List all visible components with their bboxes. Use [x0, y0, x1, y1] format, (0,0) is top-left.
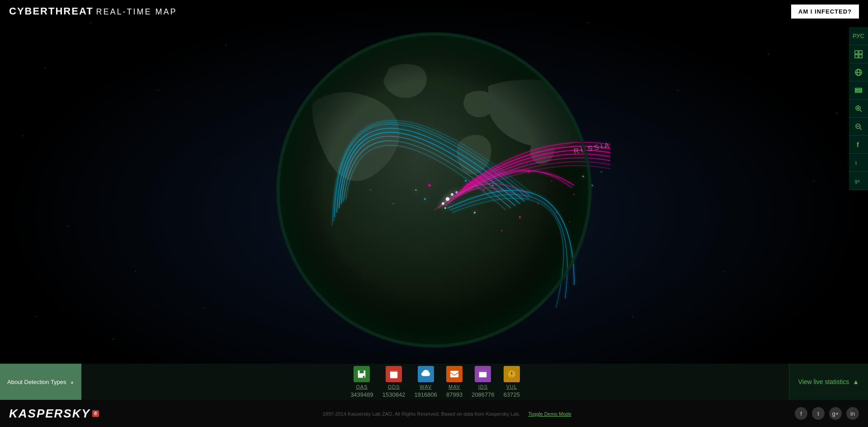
stat-label-wav[interactable]: WAV — [420, 384, 432, 389]
svg-point-27 — [444, 207, 446, 209]
stat-label-oas[interactable]: OAS — [356, 384, 368, 389]
svg-point-36 — [551, 180, 552, 182]
svg-rect-8 — [855, 90, 862, 91]
svg-point-47 — [601, 171, 602, 173]
svg-line-11 — [860, 110, 862, 112]
svg-rect-53 — [450, 370, 458, 377]
svg-text:g+: g+ — [855, 179, 860, 184]
svg-text:f: f — [857, 141, 859, 148]
kaspersky-logo: KASPERSKY ® — [9, 407, 99, 421]
linkedin-footer-button[interactable]: in — [846, 407, 859, 420]
facebook-footer-button[interactable]: f — [795, 407, 807, 420]
right-panel: РУС — [849, 27, 868, 190]
layers-icon-button[interactable] — [849, 81, 868, 100]
svg-rect-3 — [859, 55, 862, 58]
globe-icon-button[interactable] — [849, 63, 868, 81]
zoom-in-icon — [854, 104, 863, 113]
svg-point-26 — [456, 191, 458, 194]
googleplus-share-button[interactable]: g+ — [849, 172, 868, 190]
page-title: CYBERTHREAT REAL-TIME MAP — [9, 5, 177, 17]
stat-item-wav: WAV 1916806 — [414, 366, 437, 398]
twitter-share-button[interactable]: t — [849, 154, 868, 172]
googleplus-icon: g+ — [854, 177, 863, 185]
copyright-text: 1997-2014 Kaspersky Lab ZAO. All Rights … — [322, 411, 520, 417]
footer: KASPERSKY ® 1997-2014 Kaspersky Lab ZAO.… — [0, 400, 868, 427]
stat-value-wav: 1916806 — [414, 391, 437, 398]
stat-label-ids[interactable]: IDS — [478, 384, 488, 389]
logo-badge: ® — [92, 410, 99, 417]
svg-rect-0 — [855, 51, 858, 54]
stat-icon-ods — [386, 366, 402, 382]
stat-label-vul[interactable]: VUL — [506, 384, 517, 389]
twitter-footer-button[interactable]: t — [812, 407, 825, 420]
svg-rect-51 — [360, 370, 364, 373]
zoom-out-button[interactable] — [849, 118, 868, 136]
zoom-in-button[interactable] — [849, 100, 868, 118]
twitter-icon: t — [854, 159, 863, 167]
social-icons: f t g+ in — [795, 407, 859, 420]
stat-value-ods: 1530842 — [382, 391, 406, 398]
svg-point-41 — [519, 216, 521, 218]
stat-value-ids: 2086776 — [472, 391, 495, 398]
grid-icon — [854, 50, 863, 58]
stats-container: OAS 3439489 ODS 1530842 WAV 1916806 MAV … — [81, 366, 788, 398]
svg-point-37 — [574, 194, 575, 195]
facebook-share-button[interactable]: f — [849, 136, 868, 154]
svg-rect-7 — [855, 88, 862, 90]
googleplus-footer-button[interactable]: g+ — [829, 407, 842, 420]
stat-value-oas: 3439489 — [350, 391, 373, 398]
svg-point-23 — [446, 197, 449, 201]
logo-text: KASPERSKY — [9, 407, 90, 421]
svg-point-44 — [556, 212, 557, 214]
svg-point-43 — [538, 203, 539, 204]
view-live-label: View live statistics — [798, 378, 849, 385]
facebook-icon: f — [854, 141, 863, 149]
svg-rect-9 — [855, 91, 862, 93]
stat-item-mav: MAV 87993 — [446, 366, 462, 398]
zoom-out-icon — [854, 123, 863, 131]
stat-icon-wav — [418, 366, 434, 382]
svg-point-24 — [451, 193, 453, 196]
lang-button[interactable]: РУС — [849, 27, 868, 45]
stat-item-oas: OAS 3439489 — [350, 366, 373, 398]
globe-visualization: RUSSIA — [258, 14, 610, 366]
title-bold: CYBERTHREAT — [9, 5, 94, 17]
svg-point-30 — [483, 189, 485, 191]
toggle-demo-button[interactable]: Toggle Demo Mode — [528, 411, 571, 417]
svg-point-31 — [424, 198, 426, 200]
stat-label-ods[interactable]: ODS — [388, 384, 400, 389]
view-live-statistics-button[interactable]: View live statistics ▲ — [789, 364, 868, 400]
svg-point-38 — [582, 176, 584, 177]
svg-point-39 — [393, 203, 394, 204]
title-rest: REAL-TIME MAP — [96, 7, 177, 17]
stat-value-vul: 63725 — [504, 391, 520, 398]
grid-icon-button[interactable] — [849, 45, 868, 63]
stat-label-mav[interactable]: MAV — [448, 384, 460, 389]
stat-item-ids: IDS 2086776 — [472, 366, 495, 398]
globe-container[interactable]: RUSSIA — [258, 14, 610, 366]
stat-item-vul: VUL 63725 — [504, 366, 520, 398]
svg-point-40 — [370, 190, 372, 191]
svg-point-25 — [442, 202, 444, 205]
detection-types-label: About Detection Types — [7, 379, 66, 385]
svg-text:t: t — [855, 160, 857, 166]
svg-point-34 — [492, 185, 494, 186]
svg-point-33 — [415, 190, 417, 191]
globe-icon — [854, 68, 863, 76]
chevron-up-live-icon: ▲ — [853, 378, 859, 385]
svg-point-35 — [528, 171, 530, 173]
svg-rect-1 — [859, 51, 862, 54]
stat-value-mav: 87993 — [446, 391, 462, 398]
svg-rect-56 — [481, 373, 486, 374]
chevron-up-icon: ▲ — [70, 380, 75, 384]
detection-types-button[interactable]: About Detection Types ▲ — [0, 364, 81, 400]
svg-point-28 — [429, 185, 431, 187]
bottom-bar: About Detection Types ▲ OAS 3439489 ODS … — [0, 364, 868, 400]
stat-icon-oas — [354, 366, 370, 382]
footer-center: 1997-2014 Kaspersky Lab ZAO. All Rights … — [322, 409, 571, 418]
header: CYBERTHREAT REAL-TIME MAP AM I INFECTED? — [0, 0, 868, 23]
stat-item-ods: ODS 1530842 — [382, 366, 406, 398]
svg-point-32 — [474, 212, 476, 214]
svg-rect-55 — [479, 370, 487, 372]
am-infected-button[interactable]: AM I INFECTED? — [791, 5, 859, 19]
